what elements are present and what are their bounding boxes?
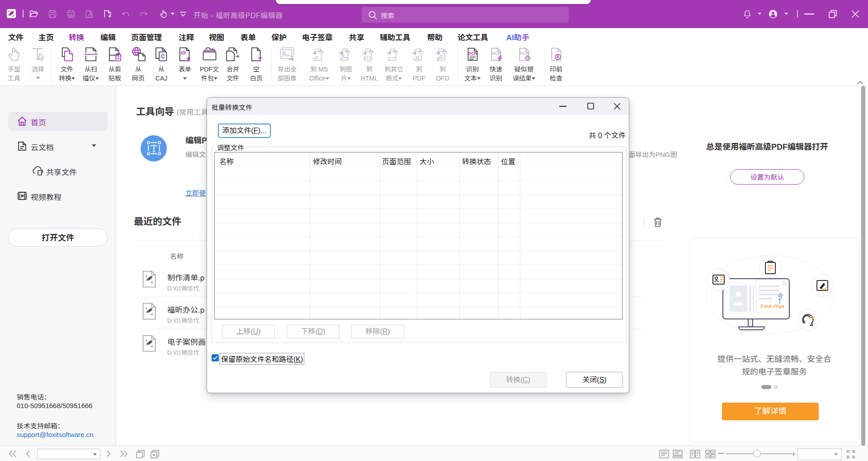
- svg-text:OCR: OCR: [468, 51, 477, 56]
- svg-text:o: o: [315, 54, 318, 60]
- svg-text:OCR: OCR: [491, 51, 501, 56]
- svg-text:Foxit eSign: Foxit eSign: [760, 303, 784, 309]
- svg-text:OCR: OCR: [519, 51, 529, 56]
- svg-text:C: C: [160, 53, 165, 60]
